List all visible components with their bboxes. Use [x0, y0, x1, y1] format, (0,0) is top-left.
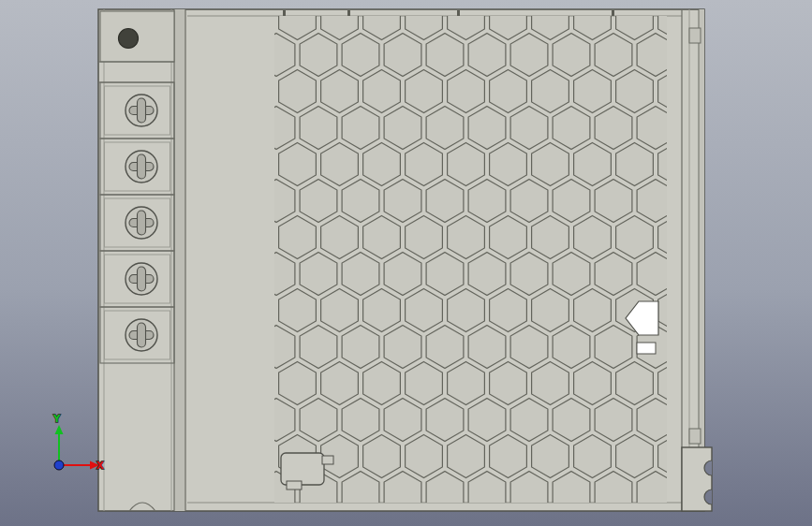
enclosure-part[interactable]	[98, 9, 719, 511]
screw-terminal	[125, 151, 157, 183]
top-left-panel	[100, 11, 174, 62]
tab-notch	[287, 481, 302, 489]
z-axis-dot	[54, 460, 64, 470]
top-edge-notch	[347, 10, 350, 16]
hex-vent-panel	[274, 16, 667, 503]
flange-notch	[689, 28, 701, 43]
top-edge-notch	[283, 10, 286, 16]
x-axis-label: X	[96, 460, 104, 471]
top-edge-notch	[612, 10, 614, 16]
screw-terminal	[125, 319, 157, 351]
screw-terminal	[125, 95, 157, 126]
top-edge-notch	[457, 10, 460, 16]
mounting-hole	[119, 29, 139, 49]
screw-terminal	[125, 263, 157, 295]
highlight-slot	[637, 343, 656, 354]
fold-band-left	[174, 9, 185, 511]
y-axis-label: Y	[52, 414, 61, 424]
tab-notch	[322, 456, 333, 464]
screw-terminal	[125, 207, 157, 239]
flange-notch	[689, 429, 701, 444]
cad-viewport[interactable]: X Y	[0, 0, 812, 526]
tab-body	[281, 453, 324, 485]
